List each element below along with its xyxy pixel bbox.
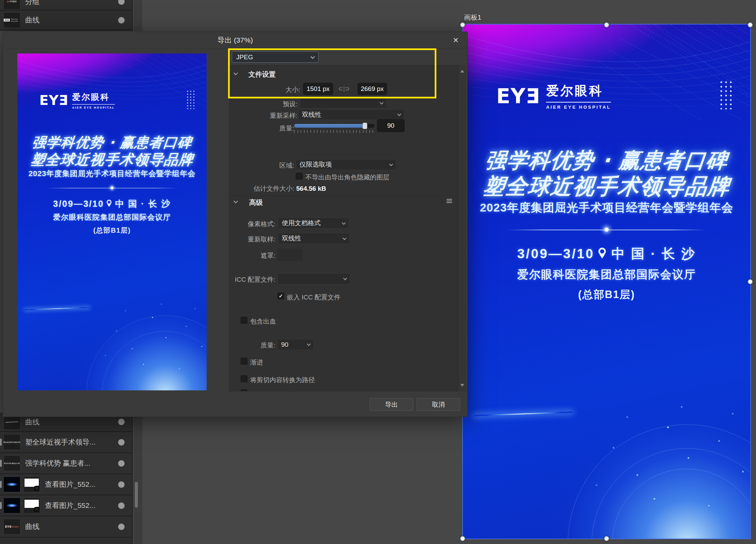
quality-slider[interactable] <box>294 124 374 128</box>
layer-row[interactable]: EYƎ 爱尔眼科 曲线 <box>0 516 132 538</box>
venue-line: 爱尔眼科医院集团总部国际会议厅 <box>463 267 750 282</box>
layer-visibility-dot[interactable] <box>118 0 125 5</box>
layer-thumbnail: ZEISS Seeing beyond <box>3 12 20 28</box>
layer-thumb-text: 塑全球近视手术领导品牌 <box>3 441 20 443</box>
selection-handle-top-right[interactable] <box>748 22 753 28</box>
selection-handle-top-center[interactable] <box>604 22 609 28</box>
layer-visibility-dot[interactable] <box>118 439 125 446</box>
clipped-checkbox[interactable] <box>241 389 247 391</box>
location-pin-icon <box>598 248 606 255</box>
section-header-advanced[interactable]: 高级 <box>249 198 263 207</box>
chevron-down-icon <box>389 162 393 166</box>
hidden-layers-checkbox[interactable] <box>296 173 303 180</box>
layer-thumbnail <box>3 498 20 513</box>
layer-row[interactable]: 查看图片_552... <box>0 474 132 495</box>
layer-visibility-dot[interactable] <box>118 502 125 509</box>
divider-glow-dot <box>605 228 609 232</box>
section-divider <box>229 195 457 196</box>
clipped-thumb-sliver <box>0 439 2 446</box>
progressive-checkbox[interactable] <box>241 358 247 364</box>
pixel-format-select[interactable]: 使用文档格式 <box>278 218 349 229</box>
estimated-size-label: 估计文件大小: <box>254 185 294 192</box>
location: 中 国 · 长 沙 <box>611 245 696 263</box>
divider-glow-dot <box>111 187 113 189</box>
layer-row[interactable]: ZEISS Seeing beyond 曲线 <box>0 11 132 30</box>
include-bleed-checkbox[interactable] <box>241 317 247 324</box>
poster-canvas[interactable]: EYƎ 爱尔眼科 AIER EYE HOSPITAL 强学科优势 · 赢患者口碑… <box>463 25 750 539</box>
quality-input[interactable]: 90 <box>377 119 405 132</box>
brand-name-en: AIER EYE HOSPITAL <box>546 105 611 110</box>
estimated-size-value: 564.56 kB <box>296 185 326 192</box>
cancel-button[interactable]: 取消 <box>417 398 460 411</box>
selection-handle-bottom-center[interactable] <box>604 536 609 541</box>
matte-swatch[interactable] <box>277 249 303 261</box>
brand-name-en: AIER EYE HOSPITAL <box>72 106 115 109</box>
brand-name-cn: 爱尔眼科 <box>546 82 611 103</box>
quality2-value: 90 <box>281 341 288 348</box>
selection-handle-bottom-left[interactable] <box>460 536 465 541</box>
export-button[interactable]: 导出 <box>370 398 413 411</box>
scroll-down-icon[interactable] <box>460 384 464 389</box>
panel-scrollbar-gutter[interactable] <box>133 413 142 544</box>
layer-name: 强学科优势 赢患者... <box>25 458 90 468</box>
clipped-thumb-sliver <box>0 460 2 467</box>
chevron-down-icon <box>343 276 347 280</box>
eye-logo-icon: EYƎ <box>39 93 68 108</box>
layer-visibility-dot[interactable] <box>118 481 125 488</box>
panel-scrollbar-thumb[interactable] <box>135 482 138 508</box>
event-date-row: 3/09—3/10 中 国 · 长 沙 <box>17 198 207 209</box>
close-icon[interactable]: × <box>450 34 462 46</box>
location: 中 国 · 长 沙 <box>115 198 171 209</box>
icc-profile-select[interactable] <box>277 273 350 284</box>
layer-visibility-dot[interactable] <box>118 524 125 530</box>
app-window: ✿ 兴齐眼药 分组 ZEISS Seeing beyond 曲线 曲线 塑全 <box>0 0 756 544</box>
settings-scrollbar[interactable] <box>459 65 466 391</box>
flare-image-thumb <box>4 477 20 492</box>
quality2-label: 质量: <box>229 341 275 350</box>
panel-scrollbar-gutter[interactable] <box>133 0 142 31</box>
mask-rect <box>25 500 39 508</box>
artboard[interactable]: EYƎ 爱尔眼科 AIER EYE HOSPITAL 强学科优势 · 赢患者口碑… <box>463 25 750 539</box>
resample-select[interactable]: 双线性 <box>298 109 404 120</box>
layer-visibility-dot[interactable] <box>118 460 125 467</box>
layer-mask-thumbnail <box>23 477 40 492</box>
poster-subtitle: 2023年度集团屈光手术项目经营年会暨学组年会 <box>463 200 750 216</box>
crop-icon <box>34 507 39 512</box>
layer-name: 查看图片_552... <box>45 480 95 489</box>
layer-row[interactable]: 查看图片_552... <box>0 495 132 516</box>
resample2-select[interactable]: 双线性 <box>278 233 350 244</box>
section-collapse-icon[interactable] <box>234 199 238 203</box>
layer-row[interactable]: ✿ 兴齐眼药 分组 <box>0 0 132 11</box>
date-range: 3/09—3/10 <box>517 246 594 261</box>
preset-label: 预设: <box>229 100 297 109</box>
quality-slider-thumb[interactable] <box>363 123 367 129</box>
selection-handle-right-center[interactable] <box>748 279 753 284</box>
layer-thumbnail: EYƎ 爱尔眼科 <box>3 519 20 534</box>
date-range: 3/09—3/10 <box>53 199 104 209</box>
hidden-layers-label: 不导出由导出角色隐藏的图层 <box>305 173 389 182</box>
area-select[interactable]: 仅限选取项 <box>296 159 396 170</box>
quality2-select[interactable]: 90 <box>277 339 314 350</box>
layer-row[interactable]: 塑全球近视手术领导品牌 塑全球近视手术领导... <box>0 432 132 453</box>
layer-row[interactable]: 强学科优势 赢患者口碑 强学科优势 赢患者... <box>0 453 132 474</box>
event-date-row: 3/09—3/10 中 国 · 长 沙 <box>463 245 750 263</box>
layer-thumb-text: Seeing beyond <box>11 18 20 22</box>
clip-to-paths-checkbox[interactable] <box>241 375 247 382</box>
layer-mask-thumbnail <box>23 498 40 513</box>
scroll-up-icon[interactable] <box>460 68 464 73</box>
layer-visibility-dot[interactable] <box>118 17 125 24</box>
crop-icon <box>34 486 39 491</box>
chevron-down-icon <box>307 342 310 346</box>
network-dots <box>152 317 153 318</box>
layer-name: 分组 <box>25 0 39 6</box>
embed-icc-checkbox[interactable]: ✓ <box>277 293 284 299</box>
export-settings-panel: 文件设置 大小: 1501 px ⊂¦⊃ 2669 px 预设: 重新采样: 双… <box>229 65 458 391</box>
layer-thumbnail: 强学科优势 赢患者口碑 <box>3 455 20 471</box>
preset-select[interactable] <box>300 98 387 108</box>
section-menu-icon[interactable] <box>447 199 452 203</box>
chevron-down-icon <box>342 221 345 224</box>
layer-visibility-dot[interactable] <box>118 419 125 425</box>
selection-handle-top-left[interactable] <box>460 22 465 28</box>
artboard-label[interactable]: 画板1 <box>464 13 481 22</box>
icc-profile-label: ICC 配置文件: <box>229 275 275 284</box>
